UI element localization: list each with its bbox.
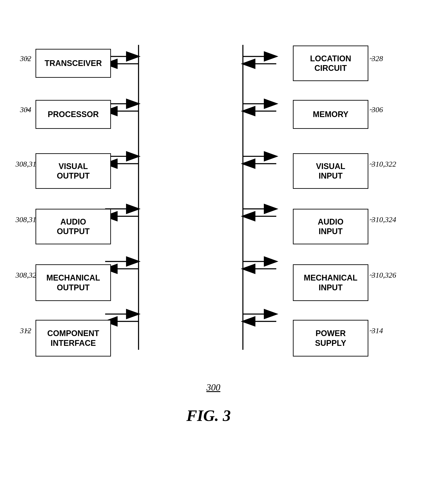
- transceiver-block: TRANSCEIVER: [35, 49, 111, 78]
- figure-number: 300: [206, 382, 220, 393]
- location-circuit-block: LOCATIONCIRCUIT: [293, 46, 368, 81]
- visual-output-block: VISUALOUTPUT: [35, 153, 111, 189]
- component-interface-block: COMPONENTINTERFACE: [35, 320, 111, 357]
- mechanical-input-block: MECHANICALINPUT: [293, 264, 368, 301]
- figure-label: FIG. 3: [164, 407, 253, 425]
- audio-output-block: AUDIOOUTPUT: [35, 209, 111, 244]
- audio-input-block: AUDIOINPUT: [293, 209, 368, 244]
- ref-310-326: 310,326: [372, 271, 396, 279]
- visual-input-block: VISUALINPUT: [293, 153, 368, 189]
- diagram: 302 ~ TRANSCEIVER LOCATIONCIRCUIT 328 ~ …: [13, 13, 435, 487]
- ref-310-324: 310,324: [372, 215, 396, 224]
- ref-310-322: 310,322: [372, 160, 396, 168]
- power-supply-block: POWERSUPPLY: [293, 320, 368, 357]
- memory-block: MEMORY: [293, 100, 368, 129]
- mechanical-output-block: MECHANICALOUTPUT: [35, 264, 111, 301]
- processor-block: PROCESSOR: [35, 100, 111, 129]
